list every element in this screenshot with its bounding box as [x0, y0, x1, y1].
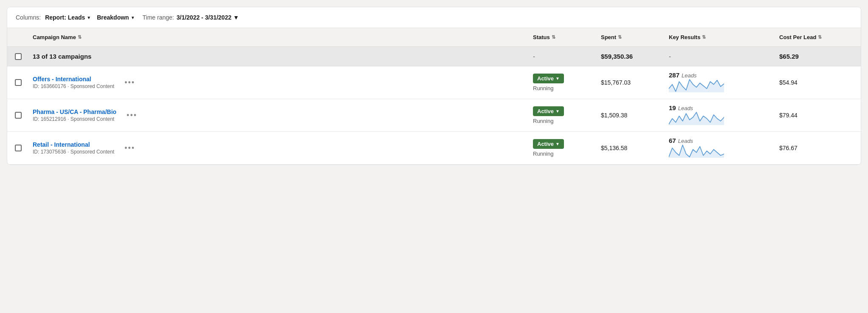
sparkline-chart-1 [669, 111, 772, 126]
header-campaign-name[interactable]: Campaign Name ⇅ [29, 32, 530, 42]
time-range-button[interactable]: 3/1/2022 - 3/31/2022 ▼ [177, 14, 239, 21]
leads-label-0: Leads [682, 72, 696, 79]
row-checkbox-0[interactable] [15, 79, 22, 86]
report-leads-button[interactable]: Report: Leads ▼ [43, 13, 93, 22]
columns-label: Columns: [16, 14, 41, 21]
campaign-info-0: Offers - International ID: 163660176 · S… [29, 76, 530, 89]
spent-column-0: $15,767.03 [597, 79, 665, 86]
more-options-button-2[interactable]: ••• [122, 143, 138, 154]
key-results-column-1: 19 Leads [665, 104, 776, 126]
leads-label-1: Leads [678, 105, 693, 111]
row-checkbox-1[interactable] [15, 112, 22, 119]
campaign-info-1: Pharma - US/CA - Pharma/Bio ID: 16521291… [29, 108, 530, 122]
status-column-0: Active ▼ Running [530, 74, 597, 91]
campaign-meta-0: ID: 163660176 · Sponsored Content [33, 83, 114, 89]
summary-campaign-count: 13 of 13 campaigns [29, 53, 530, 60]
row-checkbox-cell-0[interactable] [7, 79, 29, 86]
sparkline-chart-2 [669, 144, 772, 159]
table-row: Offers - International ID: 163660176 · S… [7, 66, 861, 99]
status-badge-2[interactable]: Active ▼ [533, 139, 564, 149]
status-caret-icon-0: ▼ [555, 76, 560, 81]
breakdown-caret-icon: ▼ [131, 15, 135, 20]
summary-checkbox-cell[interactable] [7, 53, 29, 60]
row-checkbox-cell-1[interactable] [7, 112, 29, 119]
campaign-name-sort-icon: ⇅ [78, 34, 82, 40]
status-sort-icon: ⇅ [552, 34, 555, 40]
key-results-column-2: 67 Leads [665, 137, 776, 159]
more-options-button-0[interactable]: ••• [122, 77, 138, 88]
column-headers: Campaign Name ⇅ Status ⇅ Spent ⇅ Key Res… [7, 28, 861, 47]
summary-row: 13 of 13 campaigns - $59,350.36 - $65.29 [7, 47, 861, 66]
time-range-label: Time range: [143, 14, 174, 21]
status-sub-label-1: Running [533, 118, 594, 124]
campaign-meta-1: ID: 165212916 · Sponsored Content [33, 116, 116, 122]
cpl-column-2: $76.67 [776, 145, 861, 151]
svg-marker-1 [669, 112, 724, 125]
cpl-column-1: $79.44 [776, 112, 861, 119]
key-results-column-0: 287 Leads [665, 71, 776, 94]
header-cost-per-lead[interactable]: Cost Per Lead ⇅ [776, 32, 861, 42]
summary-checkbox[interactable] [15, 53, 22, 60]
leads-count-0: 287 [669, 71, 679, 79]
spent-column-2: $5,136.58 [597, 145, 665, 151]
cpl-sort-icon: ⇅ [818, 34, 822, 40]
more-options-button-1[interactable]: ••• [124, 110, 140, 121]
header-checkbox-col [7, 32, 29, 42]
status-caret-icon-1: ▼ [555, 109, 560, 114]
campaign-name-link-1[interactable]: Pharma - US/CA - Pharma/Bio [33, 108, 116, 115]
table-row: Retail - International ID: 173075636 · S… [7, 132, 861, 165]
campaign-rows-container: Offers - International ID: 163660176 · S… [7, 66, 861, 165]
header-spent[interactable]: Spent ⇅ [597, 32, 665, 42]
header-status[interactable]: Status ⇅ [530, 32, 597, 42]
status-column-1: Active ▼ Running [530, 106, 597, 124]
campaign-info-2: Retail - International ID: 173075636 · S… [29, 141, 530, 155]
status-sub-label-0: Running [533, 85, 594, 91]
breakdown-button[interactable]: Breakdown ▼ [95, 13, 136, 22]
sparkline-chart-0 [669, 79, 772, 94]
time-range-caret-icon: ▼ [233, 14, 239, 21]
status-caret-icon-2: ▼ [555, 142, 560, 146]
summary-spent: $59,350.36 [597, 53, 665, 60]
row-checkbox-2[interactable] [15, 145, 22, 151]
summary-key-results: - [665, 53, 776, 60]
leads-label-2: Leads [678, 138, 693, 144]
table-row: Pharma - US/CA - Pharma/Bio ID: 16521291… [7, 99, 861, 132]
spent-column-1: $1,509.38 [597, 112, 665, 119]
campaign-name-link-0[interactable]: Offers - International [33, 76, 91, 83]
summary-status: - [530, 53, 597, 60]
status-sub-label-2: Running [533, 151, 594, 157]
cpl-column-0: $54.94 [776, 79, 861, 86]
leads-count-2: 67 [669, 137, 676, 144]
header-key-results[interactable]: Key Results ⇅ [665, 32, 776, 42]
key-results-sort-icon: ⇅ [702, 34, 706, 40]
status-badge-1[interactable]: Active ▼ [533, 106, 564, 116]
toolbar: Columns: Report: Leads ▼ Breakdown ▼ Tim… [7, 7, 861, 28]
status-badge-0[interactable]: Active ▼ [533, 74, 564, 83]
leads-count-1: 19 [669, 104, 676, 111]
spent-sort-icon: ⇅ [618, 34, 622, 40]
report-caret-icon: ▼ [87, 15, 91, 20]
row-checkbox-cell-2[interactable] [7, 145, 29, 151]
campaign-name-link-2[interactable]: Retail - International [33, 141, 90, 148]
campaign-meta-2: ID: 173075636 · Sponsored Content [33, 149, 114, 155]
status-column-2: Active ▼ Running [530, 139, 597, 157]
summary-cost-per-lead: $65.29 [776, 53, 861, 60]
